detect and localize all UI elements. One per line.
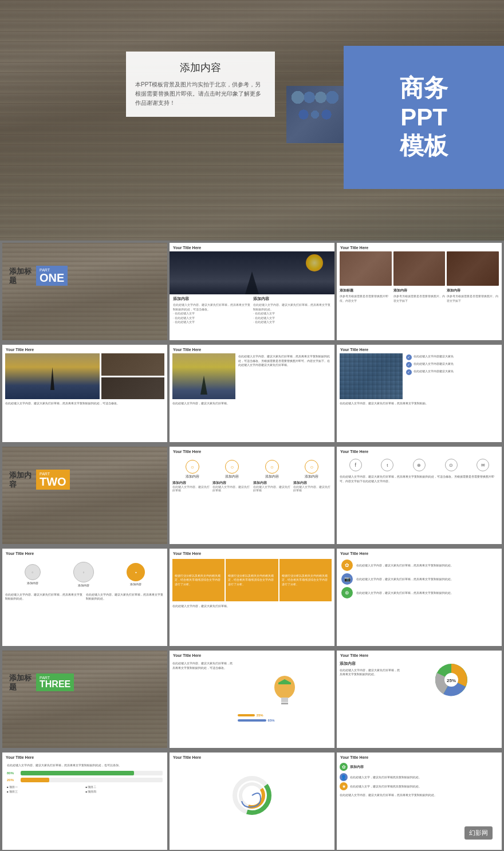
bulb-chart	[270, 671, 299, 711]
icon-sub-title-2: 添加内容	[212, 481, 251, 485]
orange-box-2: 根据行业分析以及相关文件的相关规定，结合相关市场情况综合文字内容进行了分析。	[228, 574, 275, 587]
slide-5-3-add-content: 添加内容	[340, 661, 403, 667]
slide-4-1-text-r: 在此处键入文字内容。建议大家先打好草稿，然后再将文字复制粘贴到此处。	[86, 593, 165, 601]
circle-diag-3: ●	[127, 563, 145, 581]
feature-text-2: 在此处键入文字内容，建议大家先打好草稿，然后再将文字复制粘贴到此处。	[356, 577, 454, 581]
slide-1-2-label2: 添加内容	[253, 297, 331, 302]
orange-box-3: 根据行业分析以及相关文件的相关规定，结合相关市场情况综合文字内容进行了分析。	[282, 574, 329, 587]
bar-legend-4: ■ 项目四	[86, 790, 163, 793]
slide-6-1: Your Title Here 在此处键入文字内容。建议大家先打好草稿，然后再将…	[2, 752, 167, 850]
icon-sub-title-1: 添加内容	[172, 481, 211, 485]
part-number-1: ONE	[40, 272, 64, 283]
social-search-icon: ⊕	[413, 459, 426, 471]
row-1: 添加标题 PART ONE Your Title Here	[0, 241, 504, 342]
slide-2-1: Your Title Here 在此处键入文字内容。建议大家先打好草稿，然后再	[2, 345, 167, 442]
slide-2-2: Your Title Here 在此处键入文字内容。建议大家先打好草稿，然后再将…	[170, 345, 334, 442]
icon-label-3: 添加内容	[265, 475, 279, 479]
slide-1-2-title: Your Title Here	[170, 243, 334, 251]
slide-6-1-title: Your Title Here	[2, 752, 167, 761]
check-item-2: ✓ 在此处键入文字内容建议大家先	[406, 362, 498, 368]
part-title-cn-3: 添加标题	[9, 673, 32, 691]
slide-1-2-text2: 在此处键入文字内容。建议大家先打好草稿，然后再将文字复制粘贴到此处。· 在此处键…	[253, 303, 331, 325]
row-2: Your Title Here 在此处键入文字内容。建议大家先打好草稿，然后再	[0, 342, 504, 444]
part-title-cn-1: 添加标题	[9, 267, 32, 285]
circle-diag-2: ○	[73, 562, 94, 582]
slide-6-3-text-3: 在此处键入文字，建议先打好草稿然后复制粘贴到此处。	[350, 785, 422, 789]
hero-section: 添加内容 本PPT模板背景及图片均实拍于北京，供参考，另根据需要替换图片即依。请…	[0, 0, 504, 241]
slide-5-3-text: 在此处键入文字内容，建议大家先打好草稿，然后再将文字复制粘贴到此处。	[340, 668, 403, 676]
icon-sub-title-3: 添加内容	[253, 481, 292, 485]
icon-circle-4: ○	[305, 460, 318, 474]
icon-circle-3: ○	[265, 460, 279, 474]
slide-6-3-footer: 在此处键入文字内容。建议大家先打好草稿，然后再将文字复制粘贴到此处。	[340, 793, 499, 797]
slide-6-3-label-1: 添加内容	[350, 765, 364, 769]
slide-6-1-text: 在此处键入文字内容。建议大家先打好草稿，然后再将文字复制粘贴到此处，也可以添加。	[7, 763, 163, 767]
watermark: 幻影网	[464, 826, 493, 840]
slide-5-1: 添加标题 PART THREE	[2, 651, 167, 748]
icon-circle-2: ○	[225, 460, 239, 474]
row-5: 添加标题 PART THREE Your Title Here 在此处键入文字内…	[0, 648, 504, 750]
circle-diag-label-1: 添加内容	[25, 581, 41, 585]
pie-chart-svg: 25%	[433, 661, 470, 699]
slide-3-3-title: Your Title Here	[337, 447, 502, 455]
slide-2-2-text: 在此处键入文字内容。建议大家先打好草稿，然后再将文字复制粘贴到此处，可适当修改。…	[237, 353, 332, 399]
check-text-2: 在此处键入文字内容建议大家先	[414, 362, 454, 367]
check-icon-3: ✓	[406, 369, 412, 375]
bar-legend-2: ■ 项目二	[86, 786, 163, 789]
slide-2-3-title: Your Title Here	[337, 345, 502, 353]
slide-5-3-title: Your Title Here	[337, 651, 502, 659]
slide-1-3-text1: 供参考另根据需要是否需要替换图片即依。内容文字	[340, 294, 392, 303]
row-6: Your Title Here 在此处键入文字内容。建议大家先打好草稿，然后再将…	[0, 750, 504, 851]
slide-1-2-label1: 添加内容	[173, 297, 251, 302]
row-3: 添加内容 PART TWO Your Title Here ○ 添加内容	[0, 444, 504, 546]
slide-6-3-title: Your Title Here	[337, 752, 502, 761]
check-item-3: ✓ 在此处键入文字内容建议大家先	[406, 369, 498, 375]
bar-pct-20: 20%	[7, 778, 18, 782]
icon-label-4: 添加内容	[305, 475, 318, 479]
slide-4-1: Your Title Here ○ 添加内容 ○ 添加内容 ● 添加内容	[2, 549, 167, 646]
icon-label-1: 添加内容	[186, 475, 199, 479]
social-cart-icon: ⊙	[445, 459, 458, 471]
slide-1-1: 添加标题 PART ONE	[2, 243, 167, 340]
svg-rect-2	[281, 703, 288, 704]
bar-pct-80: 80%	[7, 771, 18, 775]
slide-1-3-col2: 添加内容	[393, 288, 446, 293]
slide-2-2-footer: 在此处键入文字内容，建议大家先打好草稿。	[172, 401, 332, 406]
slide-2-3-text: 在此处键入文字内容。建议大家先打好草稿，然后再将文字复制粘贴。	[340, 401, 499, 406]
pct-35: 35%	[257, 714, 263, 717]
slide-4-2-text: 在此处键入文字内容，建议大家先打好草稿。	[172, 604, 332, 608]
part-title-cn-2: 添加内容	[9, 471, 32, 488]
slide-2-2-title: Your Title Here	[170, 345, 334, 353]
slide-6-3-icon-3: ★	[340, 782, 348, 790]
slide-2-3: Your Title Here ✓ 在此处键入文字内容建议大家先 ✓ 在此	[337, 345, 502, 442]
feature-text-3: 在此处键入文字内容，建议大家先打好草稿，然后再将文字复制粘贴到此处。	[356, 591, 454, 595]
slide-3-2: Your Title Here ○ 添加内容 ○ 添加内容 ○ 添加内容	[170, 447, 334, 544]
hero-description: 本PPT模板背景及图片均实拍于北京，供参考，另根据需要替换图片即依。请点击时光印…	[135, 80, 266, 108]
slide-1-2-text1: 在此处键入文字内容。建议大家先打好草稿，然后再将文字复制粘贴到此处，可适当修改。…	[173, 303, 251, 325]
social-fb-icon: f	[349, 459, 362, 471]
check-text-3: 在此处键入文字内容建议大家先	[414, 369, 454, 374]
hero-overlay-image	[286, 86, 344, 143]
icon-sub-text-1: 在此键入文字内容。建议先打好草稿	[172, 486, 211, 493]
check-text-1: 在此处键入文字内容建议大家先	[414, 354, 454, 359]
feature-icon-camera: 📷	[341, 573, 353, 585]
icon-label-2: 添加内容	[225, 475, 239, 479]
slide-6-2-title: Your Title Here	[170, 752, 334, 761]
hero-add-content-title: 添加内容	[135, 61, 266, 74]
slide-6-2: Your Title Here	[170, 752, 334, 850]
slide-4-1-text-l: 在此处键入文字内容。建议大家先打好草稿，然后再将文字复制粘贴到此处。	[5, 593, 84, 601]
feature-text-1: 在此处键入文字内容，建议大家先打好草稿，然后再将文字复制粘贴到此处。	[356, 564, 454, 568]
slide-4-2: Your Title Here 根据行业分析以及相关文件的相关规定，结合相关市场…	[170, 549, 334, 646]
slide-4-3: Your Title Here ✿ 在此处键入文字内容，建议大家先打好草稿，然后…	[337, 549, 502, 646]
slide-4-2-title: Your Title Here	[170, 549, 334, 557]
svg-text:25%: 25%	[447, 678, 456, 683]
slide-1-3-col3: 添加内容	[447, 288, 499, 293]
donut-chart-svg	[229, 773, 275, 818]
social-mail-icon: ✉	[477, 459, 489, 471]
bar-legend-3: ■ 项目三	[7, 790, 84, 793]
slide-4-3-title: Your Title Here	[337, 549, 502, 557]
social-twitter-icon: t	[381, 459, 393, 471]
part-number-3: THREE	[40, 680, 70, 689]
icon-sub-title-4: 添加内容	[293, 481, 332, 485]
circle-diag-label-2: 添加内容	[73, 584, 94, 587]
